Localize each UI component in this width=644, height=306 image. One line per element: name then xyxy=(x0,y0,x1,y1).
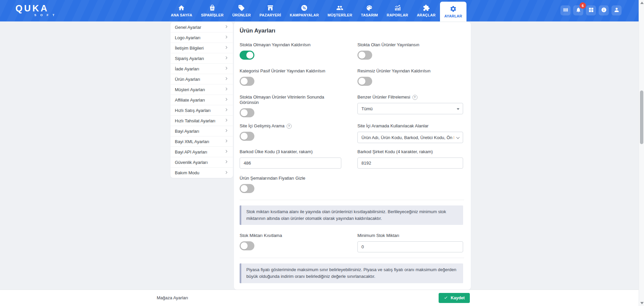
sidebar-item-guvenlik-ayarlari[interactable]: Güvenlik Ayarları xyxy=(170,157,233,168)
field-label-text: Site İçi Gelişmiş Arama xyxy=(240,123,285,129)
percent-icon xyxy=(301,4,308,11)
sidebar-item-bayi-xml-ayarlari[interactable]: Bayi XML Ayarları xyxy=(170,136,233,147)
sidebar-item-bayi-ayarlari[interactable]: Bayi Ayarları xyxy=(170,126,233,136)
bell-icon xyxy=(576,7,581,14)
nav-item-reports[interactable]: RAPORLAR xyxy=(382,0,412,21)
min-stock-input[interactable] xyxy=(357,241,463,252)
nav-item-campaigns[interactable]: KAMPANYALAR xyxy=(285,0,323,21)
barcode-country-input[interactable] xyxy=(240,158,341,169)
toggle-stock-limit[interactable] xyxy=(240,241,254,250)
barcode-button[interactable] xyxy=(560,5,571,15)
settings-sidebar: Genel Ayarlar Logo Ayarları İletişim Bil… xyxy=(170,22,233,178)
scroll-down-arrow[interactable] xyxy=(640,302,644,304)
search-fields-select[interactable]: Ürün Adı, Ürün Kodu, Barkod, Üretici Kod… xyxy=(357,132,463,143)
sidebar-item-hizli-tahsilat-ayarlari[interactable]: Hızlı Tahsilat Ayarları xyxy=(170,116,233,126)
gear-icon xyxy=(450,5,457,12)
sidebar-item-label: Hızlı Satış Ayarları xyxy=(175,108,211,113)
sidebar-item-label: İletişim Bilgileri xyxy=(175,46,204,51)
palette-icon xyxy=(366,4,373,11)
chevron-right-icon xyxy=(224,149,229,155)
toggle-knob xyxy=(241,185,248,192)
field-passive-category-unpublish: Kategorisi Pasif Ürünler Yayından Kaldır… xyxy=(240,68,341,86)
nav-label: ARAÇLAR xyxy=(417,13,436,17)
field-hide-schema-prices: Ürün Şemalarından Fiyatları Gizle xyxy=(240,176,341,193)
field-label: Barkod Ülke Kodu (3 karakter, rakam) xyxy=(240,149,341,155)
chevron-right-icon xyxy=(224,160,229,165)
field-min-stock: Minimum Stok Miktarı xyxy=(357,233,463,252)
similar-products-filter-select[interactable]: Tümü xyxy=(357,103,463,114)
toggle-hide-schema-prices[interactable] xyxy=(240,184,254,193)
field-barcode-company: Barkod Şirket Kodu (4 karakter, rakam) xyxy=(357,149,463,169)
users-icon xyxy=(336,4,343,11)
field-label: Barkod Şirket Kodu (4 karakter, rakam) xyxy=(357,149,463,155)
selected-value: Tümü xyxy=(361,106,373,111)
nav-label: MÜŞTERİLER xyxy=(328,13,352,17)
save-button[interactable]: Kaydet xyxy=(439,293,470,303)
nav-item-customers[interactable]: MÜŞTERİLER xyxy=(323,0,357,21)
brand-logo: QUKA SOFT xyxy=(15,4,58,17)
nav-item-tools[interactable]: ARAÇLAR xyxy=(412,0,440,21)
nav-item-home[interactable]: ANA SAYFA xyxy=(166,0,197,21)
nav-item-design[interactable]: TASARIM xyxy=(357,0,383,21)
sidebar-item-iade-ayarlari[interactable]: İade Ayarları xyxy=(170,64,233,74)
apps-button[interactable] xyxy=(586,5,596,15)
field-label: Kategorisi Pasif Ürünler Yayından Kaldır… xyxy=(240,68,341,74)
bar-chart-icon xyxy=(394,4,401,11)
sidebar-item-genel-ayarlar[interactable]: Genel Ayarlar xyxy=(170,22,233,33)
sidebar-item-affiliate-ayarlari[interactable]: Affiliate Ayarları xyxy=(170,95,233,105)
notifications-button[interactable]: 6 xyxy=(573,5,583,15)
sidebar-item-logo-ayarlari[interactable]: Logo Ayarları xyxy=(170,33,233,43)
top-navbar: QUKA SOFT ANA SAYFA SİPARİŞLER ÜRÜNLER P… xyxy=(0,0,644,21)
toggle-knob xyxy=(241,133,248,140)
notification-badge: 6 xyxy=(580,2,586,9)
nav-label: AYARLAR xyxy=(444,14,462,18)
sidebar-item-iletisim-bilgileri[interactable]: İletişim Bilgileri xyxy=(170,43,233,53)
sidebar-item-label: Ürün Ayarları xyxy=(175,77,200,82)
scrollbar-thumb[interactable] xyxy=(640,90,643,144)
nav-item-settings[interactable]: AYARLAR xyxy=(440,2,466,21)
toggle-in-stock-publish[interactable] xyxy=(357,51,372,60)
toggle-passive-category-unpublish[interactable] xyxy=(240,77,254,86)
toggle-out-of-stock-last[interactable] xyxy=(240,108,254,117)
field-label: Site İçi Aramada Kullanılacak Alanlar xyxy=(357,123,463,129)
sidebar-item-musteri-ayarlari[interactable]: Müşteri Ayarları xyxy=(170,84,233,95)
sidebar-item-label: Genel Ayarlar xyxy=(175,25,201,30)
field-label: Resimsiz Ürünler Yayından Kaldırılsın xyxy=(357,68,463,74)
product-settings-panel: Ürün Ayarları Stokta Olmayan Yayından Ka… xyxy=(234,22,471,290)
section-divider xyxy=(240,200,464,200)
toggle-out-of-stock-unpublish[interactable] xyxy=(240,51,254,60)
sidebar-item-bakim-modu[interactable]: Bakım Modu xyxy=(170,168,233,178)
footer-title: Mağaza Ayarları xyxy=(157,290,188,306)
sidebar-item-label: Logo Ayarları xyxy=(175,35,200,40)
help-icon[interactable]: ? xyxy=(287,124,292,129)
nav-item-products[interactable]: ÜRÜNLER xyxy=(228,0,255,21)
chevron-right-icon xyxy=(224,76,229,82)
storefront-icon xyxy=(267,4,274,11)
sidebar-item-bayi-api-ayarlari[interactable]: Bayi API Ayarları xyxy=(170,147,233,157)
account-button[interactable] xyxy=(611,5,622,15)
toggle-knob xyxy=(358,78,365,85)
nav-label: ÜRÜNLER xyxy=(232,13,251,17)
sidebar-item-label: Bakım Modu xyxy=(175,170,199,175)
sidebar-item-siparis-ayarlari[interactable]: Sipariş Ayarları xyxy=(170,53,233,64)
sidebar-item-urun-ayarlari[interactable]: Ürün Ayarları xyxy=(170,74,233,84)
apps-grid-icon xyxy=(588,7,594,14)
info-button[interactable] xyxy=(599,5,609,15)
toggle-no-image-unpublish[interactable] xyxy=(357,77,372,86)
sidebar-item-hizli-satis-ayarlari[interactable]: Hızlı Satış Ayarları xyxy=(170,105,233,116)
help-icon[interactable]: ? xyxy=(412,95,417,100)
user-icon xyxy=(614,7,620,14)
market-price-info-note: Piyasa fiyatı gösteriminde maksimum sını… xyxy=(240,263,463,283)
puzzle-icon xyxy=(423,4,430,11)
nav-item-orders[interactable]: SİPARİŞLER xyxy=(197,0,228,21)
toggle-advanced-search[interactable] xyxy=(240,132,254,141)
basket-icon xyxy=(209,4,216,11)
home-icon xyxy=(178,4,185,11)
nav-item-marketplace[interactable]: PAZARYERİ xyxy=(255,0,285,21)
field-stock-limit: Stok Miktarı Kısıtlama xyxy=(240,233,341,250)
chevron-right-icon xyxy=(224,35,229,40)
scroll-up-arrow[interactable] xyxy=(640,2,644,4)
nav-label: ANA SAYFA xyxy=(171,13,192,17)
barcode-company-input[interactable] xyxy=(357,158,463,169)
toggle-knob xyxy=(358,52,365,59)
